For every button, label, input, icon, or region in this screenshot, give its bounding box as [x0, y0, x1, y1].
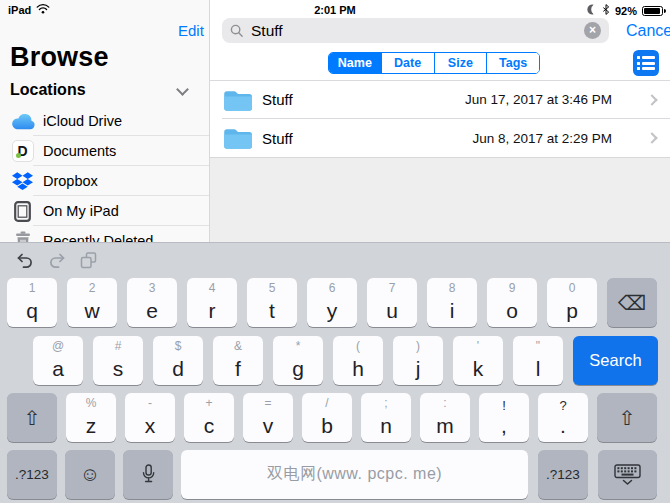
clear-search-button[interactable]: × — [584, 22, 601, 39]
key-k[interactable]: 'k — [453, 336, 503, 385]
microphone-icon — [123, 450, 173, 499]
redo-icon[interactable] — [48, 252, 66, 269]
search-icon — [230, 24, 244, 38]
sidebar-item-icloud-drive[interactable]: iCloud Drive — [0, 106, 209, 136]
sidebar-item-label: iCloud Drive — [43, 113, 122, 129]
key-c[interactable]: +c — [184, 393, 234, 442]
sort-tab-size[interactable]: Size — [434, 53, 487, 73]
file-date: Jun 17, 2017 at 3:46 PM — [465, 92, 612, 107]
search-return-key[interactable]: Search — [573, 336, 658, 385]
do-not-disturb-moon-icon — [585, 3, 597, 18]
sort-tab-name[interactable]: Name — [329, 53, 381, 73]
shift-icon: ⇧ — [7, 393, 57, 442]
files-app-screen: iPad 2:01 PM 92% Edit Browse — [0, 0, 670, 503]
search-input[interactable]: Stuff × — [222, 18, 609, 43]
key-w[interactable]: 2w — [67, 278, 117, 327]
file-row[interactable]: Stuff Jun 17, 2017 at 3:46 PM — [210, 81, 670, 118]
sidebar-item-label: On My iPad — [43, 203, 119, 219]
key-m[interactable]: :m — [420, 393, 470, 442]
keyboard-shortcut-bar — [16, 252, 97, 269]
key-y[interactable]: 6y — [307, 278, 357, 327]
key-p[interactable]: 0p — [547, 278, 597, 327]
file-name: Stuff — [262, 130, 472, 147]
icloud-drive-icon — [9, 112, 36, 131]
sidebar-item-on-my-ipad[interactable]: On My iPad — [0, 196, 209, 226]
onscreen-keyboard: 1q 2w 3e 4r 5t 6y 7u 8i 9o 0p ⌫ @a #s $d… — [0, 242, 670, 503]
edit-button[interactable]: Edit — [178, 22, 204, 39]
bluetooth-icon — [602, 3, 610, 18]
cancel-button[interactable]: Cancel — [626, 22, 670, 40]
key-u[interactable]: 7u — [367, 278, 417, 327]
key-x[interactable]: -x — [125, 393, 175, 442]
keyboard-row-1: 1q 2w 3e 4r 5t 6y 7u 8i 9o 0p ⌫ — [7, 278, 657, 327]
browse-title: Browse — [10, 42, 109, 73]
file-row[interactable]: Stuff Jun 8, 2017 at 2:29 PM — [210, 119, 670, 157]
space-key[interactable]: 双电网(www. pcpc. me) — [181, 450, 528, 499]
dismiss-keyboard-key[interactable] — [598, 450, 657, 499]
key-h[interactable]: (h — [333, 336, 383, 385]
key-e[interactable]: 3e — [127, 278, 177, 327]
key-comma[interactable]: !, — [479, 393, 529, 442]
key-b[interactable]: /b — [302, 393, 352, 442]
folder-icon — [223, 126, 253, 150]
keyboard-dismiss-icon — [598, 450, 657, 499]
sidebar-item-dropbox[interactable]: Dropbox — [0, 166, 209, 196]
key-j[interactable]: )j — [393, 336, 443, 385]
file-name: Stuff — [262, 91, 465, 108]
backspace-icon: ⌫ — [607, 278, 657, 327]
locations-section-header[interactable]: Locations — [10, 81, 200, 99]
sidebar-item-label: Dropbox — [43, 173, 98, 189]
chevron-right-icon — [646, 132, 657, 143]
sort-tab-date[interactable]: Date — [381, 53, 434, 73]
symbols-key-left[interactable]: .?123 — [7, 450, 57, 499]
key-z[interactable]: %z — [66, 393, 116, 442]
browse-sidebar: Edit Browse Locations iCloud Drive D — [0, 0, 209, 242]
keyboard-row-4: .?123 ☺ 双电网(www. pcpc. me) .?123 — [7, 450, 657, 499]
key-s[interactable]: #s — [93, 336, 143, 385]
backspace-key[interactable]: ⌫ — [607, 278, 657, 327]
sidebar-item-label: Documents — [43, 143, 116, 159]
chevron-right-icon — [646, 94, 657, 105]
ipad-icon — [9, 201, 36, 222]
key-a[interactable]: @a — [33, 336, 83, 385]
key-f[interactable]: &f — [213, 336, 263, 385]
results-background — [210, 157, 670, 242]
emoji-key[interactable]: ☺ — [65, 450, 115, 499]
file-date: Jun 8, 2017 at 2:29 PM — [472, 131, 612, 146]
key-i[interactable]: 8i — [427, 278, 477, 327]
key-d[interactable]: $d — [153, 336, 203, 385]
sort-tab-tags[interactable]: Tags — [486, 53, 539, 73]
locations-list: iCloud Drive D Documents Dropbox — [0, 106, 209, 256]
folder-icon — [223, 88, 253, 112]
symbols-key-right[interactable]: .?123 — [538, 450, 588, 499]
keyboard-row-3: ⇧ %z -x +c =v /b ;n :m !, ?. ⇧ — [7, 393, 657, 442]
shift-key-left[interactable]: ⇧ — [7, 393, 57, 442]
key-period[interactable]: ?. — [538, 393, 588, 442]
key-v[interactable]: =v — [243, 393, 293, 442]
key-g[interactable]: *g — [273, 336, 323, 385]
dictation-key[interactable] — [123, 450, 173, 499]
battery-icon — [642, 6, 663, 16]
status-time: 2:01 PM — [0, 4, 670, 16]
dropbox-icon — [9, 172, 36, 191]
key-n[interactable]: ;n — [361, 393, 411, 442]
shift-key-right[interactable]: ⇧ — [597, 393, 657, 442]
key-r[interactable]: 4r — [187, 278, 237, 327]
key-l[interactable]: "l — [513, 336, 563, 385]
paste-icon[interactable] — [80, 252, 97, 269]
status-bar: iPad 2:01 PM 92% — [0, 0, 670, 20]
emoji-icon: ☺ — [65, 450, 115, 499]
key-q[interactable]: 1q — [7, 278, 57, 327]
sort-segmented-control: Name Date Size Tags — [328, 52, 540, 74]
documents-icon: D — [9, 140, 36, 162]
key-o[interactable]: 9o — [487, 278, 537, 327]
battery-percent: 92% — [615, 5, 637, 17]
key-t[interactable]: 5t — [247, 278, 297, 327]
sidebar-item-documents[interactable]: D Documents — [0, 136, 209, 166]
search-query: Stuff — [251, 22, 584, 40]
watermark-text: 双电网(www. pcpc. me) — [181, 450, 528, 499]
shift-icon: ⇧ — [597, 393, 657, 442]
list-view-button[interactable] — [633, 50, 659, 76]
search-results-panel: Stuff × Cancel Name Date Size Tags Stuff — [210, 0, 670, 242]
undo-icon[interactable] — [16, 252, 34, 269]
